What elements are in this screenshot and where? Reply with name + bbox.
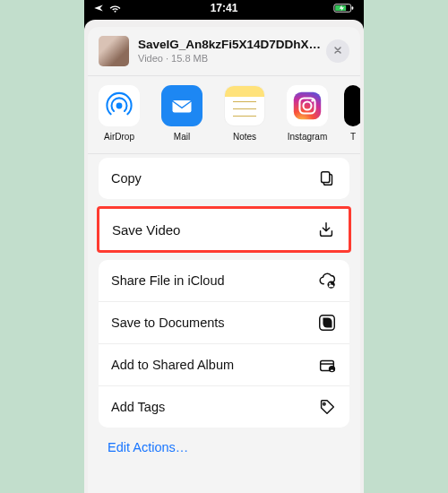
share-target-label: Notes: [219, 132, 271, 143]
airdrop-icon: [99, 85, 140, 126]
share-target-label: Instagram: [281, 132, 333, 143]
share-target-airdrop[interactable]: AirDrop: [93, 85, 145, 143]
svg-point-3: [116, 103, 123, 109]
action-list-copy: Copy: [99, 158, 349, 199]
svg-rect-4: [173, 100, 192, 113]
phone-frame: 17:41 SaveIG_An8kzFi5X14D7DDhXM... Video…: [84, 0, 364, 493]
tag-icon: [317, 397, 337, 417]
share-sheet: SaveIG_An8kzFi5X14D7DDhXM... Video · 15.…: [88, 27, 360, 493]
action-label: Save Video: [112, 222, 180, 238]
close-button[interactable]: [326, 39, 349, 63]
header-text: SaveIG_An8kzFi5X14D7DDhXM... Video · 15.…: [129, 38, 326, 64]
highlight-save-video: Save Video: [97, 206, 351, 253]
edit-actions-label: Edit Actions…: [108, 440, 188, 454]
action-list-main: Share File in iCloud Save to Documents A…: [99, 260, 349, 428]
share-targets-row[interactable]: AirDrop Mail Notes Instagram: [88, 76, 360, 153]
action-label: Copy: [111, 171, 142, 186]
mail-icon: [161, 85, 202, 126]
svg-rect-10: [322, 172, 330, 183]
file-title: SaveIG_An8kzFi5X14D7DDhXM...: [138, 38, 326, 52]
action-label: Share File in iCloud: [111, 273, 225, 288]
action-copy[interactable]: Copy: [99, 158, 349, 199]
share-target-peek[interactable]: T: [344, 85, 360, 143]
shared-album-icon: [317, 355, 337, 375]
peek-app-icon: [344, 85, 360, 126]
notes-icon: [224, 85, 265, 126]
download-icon: [316, 220, 336, 239]
action-label: Add Tags: [111, 400, 165, 414]
action-add-tags[interactable]: Add Tags: [99, 385, 349, 428]
separator: [88, 153, 360, 154]
svg-point-8: [311, 99, 314, 102]
svg-point-12: [329, 283, 331, 285]
icloud-share-icon: [317, 271, 337, 290]
action-save-documents[interactable]: Save to Documents: [99, 301, 349, 343]
close-icon: [332, 43, 343, 59]
action-label: Save to Documents: [111, 316, 225, 330]
header: SaveIG_An8kzFi5X14D7DDhXM... Video · 15.…: [88, 27, 360, 75]
time: 17:41: [84, 2, 364, 14]
action-add-shared-album[interactable]: Add to Shared Album: [99, 343, 349, 385]
action-label: Add to Shared Album: [111, 358, 234, 372]
share-target-label: AirDrop: [93, 132, 145, 143]
documents-app-icon: [317, 313, 337, 333]
instagram-icon: [287, 85, 328, 126]
thumbnail: [99, 36, 129, 66]
share-target-mail[interactable]: Mail: [156, 85, 208, 143]
share-target-instagram[interactable]: Instagram: [281, 85, 333, 143]
share-target-label: T: [344, 132, 360, 143]
copy-icon: [317, 169, 337, 188]
svg-rect-5: [294, 92, 321, 119]
status-bar: 17:41: [84, 0, 364, 18]
share-target-notes[interactable]: Notes: [219, 85, 271, 143]
file-subtitle: Video · 15.8 MB: [138, 53, 326, 65]
action-share-icloud[interactable]: Share File in iCloud: [99, 260, 349, 301]
action-save-video[interactable]: Save Video: [99, 209, 349, 250]
edit-actions-button[interactable]: Edit Actions…: [88, 428, 360, 467]
share-target-label: Mail: [156, 132, 208, 143]
svg-point-17: [323, 403, 326, 406]
